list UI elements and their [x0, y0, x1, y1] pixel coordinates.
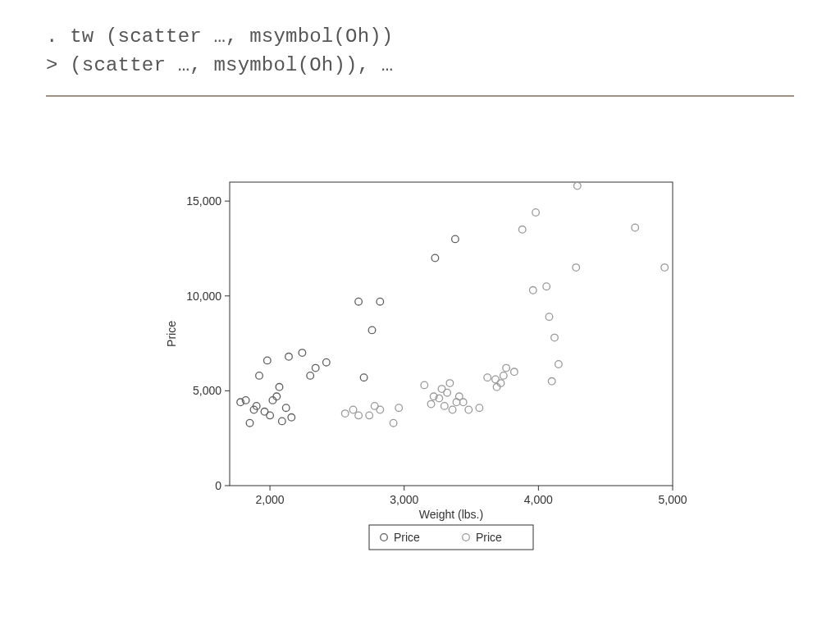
data-point: [368, 326, 376, 334]
data-point: [355, 412, 363, 419]
data-point: [543, 283, 550, 290]
data-point: [360, 374, 368, 381]
x-axis-label: Weight (lbs.): [419, 508, 483, 521]
data-point: [459, 399, 467, 406]
data-point: [532, 209, 540, 217]
data-point: [530, 287, 537, 294]
data-point: [355, 298, 363, 305]
data-point: [632, 224, 639, 231]
chart-container: 05,00010,00015,0002,0003,0004,0005,000We…: [164, 172, 738, 566]
data-point: [573, 264, 580, 272]
data-point: [288, 414, 295, 422]
data-point: [349, 406, 357, 413]
legend-label: Price: [476, 531, 502, 544]
data-point: [449, 406, 456, 413]
data-point: [465, 406, 472, 413]
data-point: [493, 384, 500, 391]
code-line-2: > (scatter …, msymbol(Oh)), …: [46, 52, 794, 80]
data-point: [661, 264, 669, 272]
data-point: [390, 419, 397, 427]
y-tick-label: 10,000: [186, 290, 221, 303]
data-point: [503, 364, 510, 372]
data-point: [273, 393, 281, 400]
legend-marker: [381, 534, 388, 541]
code-block: . tw (scatter …, msymbol(Oh)) > (scatter…: [46, 23, 794, 80]
y-tick-label: 5,000: [193, 384, 221, 397]
data-point: [323, 358, 331, 366]
data-point: [452, 235, 459, 243]
data-point: [341, 410, 349, 418]
data-point: [546, 313, 553, 321]
data-point: [421, 381, 428, 389]
divider: [46, 95, 794, 97]
data-point: [427, 400, 435, 408]
data-point: [377, 406, 384, 413]
data-point: [500, 372, 508, 380]
legend-marker: [463, 534, 470, 541]
scatter-chart: 05,00010,00015,0002,0003,0004,0005,000We…: [164, 172, 738, 566]
code-line-1: . tw (scatter …, msymbol(Oh)): [46, 23, 794, 52]
x-tick-label: 2,000: [256, 493, 285, 506]
data-point: [511, 368, 518, 376]
data-point: [551, 334, 559, 341]
data-point: [484, 374, 491, 381]
x-tick-label: 5,000: [658, 493, 687, 506]
x-tick-label: 3,000: [390, 493, 418, 506]
data-point: [264, 357, 272, 364]
data-point: [574, 182, 582, 189]
data-point: [518, 226, 526, 234]
data-point: [444, 389, 451, 396]
data-point: [431, 254, 439, 262]
data-point: [246, 419, 253, 427]
data-point: [282, 404, 290, 412]
x-tick-label: 4,000: [524, 493, 553, 506]
data-point: [395, 404, 403, 412]
y-tick-label: 15,000: [186, 194, 221, 208]
data-point: [497, 380, 504, 387]
data-point: [307, 372, 314, 380]
data-point: [279, 418, 286, 425]
data-point: [269, 397, 276, 404]
legend-label: Price: [394, 531, 420, 544]
data-point: [267, 412, 274, 419]
data-point: [366, 412, 373, 419]
data-point: [446, 380, 454, 387]
data-point: [276, 384, 283, 391]
plot-border: [230, 182, 673, 486]
data-point: [256, 372, 263, 380]
data-point: [312, 364, 319, 372]
data-point: [555, 361, 563, 368]
data-point: [548, 378, 555, 386]
data-point: [299, 349, 306, 357]
y-axis-label: Price: [165, 321, 178, 347]
data-point: [285, 354, 293, 361]
data-point: [377, 298, 384, 305]
data-point: [476, 404, 483, 412]
data-point: [441, 403, 449, 410]
y-tick-label: 0: [215, 479, 221, 492]
